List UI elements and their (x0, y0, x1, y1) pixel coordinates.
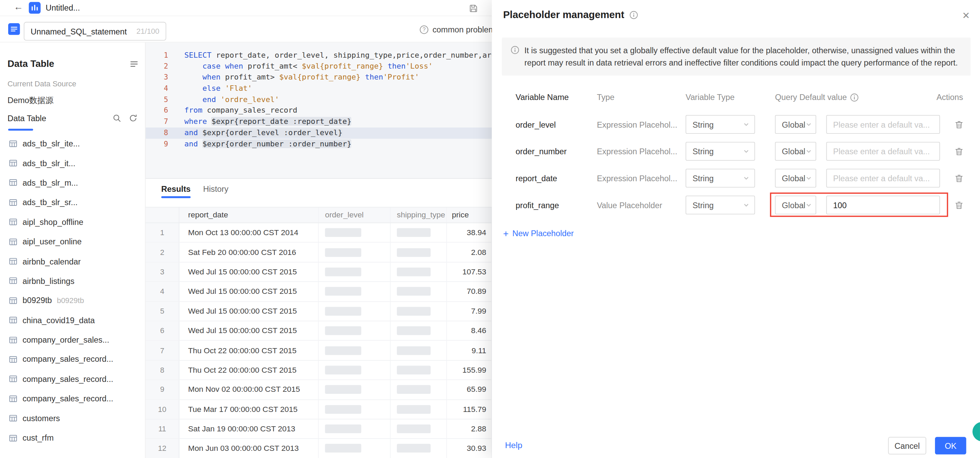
price-cell: 7.99 (447, 302, 492, 321)
table-icon (9, 296, 18, 305)
new-placeholder-button[interactable]: + New Placeholder (503, 229, 574, 238)
list-menu-icon[interactable] (129, 59, 138, 68)
table-list-item[interactable]: airbnb_calendar (0, 251, 146, 271)
delete-icon[interactable] (955, 201, 964, 210)
code-line[interactable]: 6from company_sales_record (146, 105, 492, 116)
table-name: company_sales_record... (22, 355, 113, 364)
default-value-input[interactable] (826, 115, 940, 134)
table-row[interactable]: 11Sat Jan 19 00:00:00 CST 20132.88 (146, 420, 492, 439)
table-row[interactable]: 9Mon Nov 02 00:00:00 CST 201565.99 (146, 380, 492, 400)
table-row[interactable]: 5Wed Jul 15 00:00:00 CST 20157.99 (146, 302, 492, 321)
column-header[interactable]: order_level (319, 207, 391, 223)
table-row[interactable]: 10Tue Mar 17 00:00:00 CST 2015115.79 (146, 400, 492, 419)
variable-type-select[interactable]: String (686, 196, 755, 214)
statement-name-input[interactable]: Unnamed_SQL_statement 21/100 (24, 22, 167, 41)
results-panel: Results History report_dateorder_levelsh… (146, 178, 492, 458)
table-name: ads_tb_slr_m... (22, 178, 78, 188)
scope-select[interactable]: Global (775, 115, 816, 134)
code-text: where $expr{report_date :report_date} (176, 116, 352, 127)
info-icon[interactable] (629, 11, 638, 19)
table-list-item[interactable]: company_sales_record... (0, 350, 146, 369)
code-line[interactable]: 3 when profit_amt> $val{profit_range} th… (146, 72, 492, 83)
placeholder-rows: order_levelExpression Placehol...StringG… (492, 111, 980, 219)
code-line[interactable]: 4 else 'Flat' (146, 83, 492, 94)
table-row[interactable]: 4Wed Jul 15 00:00:00 CST 201570.89 (146, 282, 492, 301)
scope-select[interactable]: Global (775, 169, 816, 188)
table-row[interactable]: 8Thu Oct 22 00:00:00 CST 2015155.99 (146, 360, 492, 380)
table-row[interactable]: 6Wed Jul 15 00:00:00 CST 20158.46 (146, 321, 492, 340)
code-line[interactable]: 9and $expr{order_number :order_number} (146, 138, 492, 149)
table-list-item[interactable]: b0929tbb0929tb (0, 291, 146, 310)
table-list-item[interactable]: ads_tb_slr_sr... (0, 192, 146, 212)
notice-banner: It is suggested that you set a globally … (502, 38, 971, 76)
help-link[interactable]: Help (505, 441, 522, 450)
data-table-tab[interactable]: Data Table (8, 114, 46, 123)
code-line[interactable]: 5 end 'ordre_level' (146, 94, 492, 105)
table-row[interactable]: 1Mon Oct 13 00:00:00 CST 201438.94 (146, 223, 492, 243)
default-value-input[interactable] (826, 196, 940, 214)
variable-type-select[interactable]: String (686, 142, 755, 161)
table-row[interactable]: 2Sat Feb 20 00:00:00 CST 20162.08 (146, 243, 492, 262)
table-list-item[interactable]: ads_tb_slr_m... (0, 173, 146, 192)
back-button[interactable]: ← (14, 2, 23, 12)
search-icon[interactable] (113, 114, 121, 122)
column-header[interactable]: shipping_type (391, 207, 447, 223)
col-query-default: Query Default value (775, 92, 859, 102)
table-list-item[interactable]: customers (0, 409, 146, 428)
table-list-item[interactable]: china_covid19_data (0, 310, 146, 330)
placeholder-management-dialog: Placeholder management ✕ It is suggested… (492, 0, 980, 458)
close-icon[interactable]: ✕ (962, 10, 970, 21)
column-header[interactable]: report_date (180, 207, 319, 223)
variable-type-select[interactable]: String (686, 115, 755, 134)
table-list-item[interactable]: company_sales_record... (0, 369, 146, 389)
table-row[interactable]: 3Wed Jul 15 00:00:00 CST 2015107.53 (146, 262, 492, 282)
table-list-item[interactable]: airbnb_listings (0, 271, 146, 290)
table-list-item[interactable]: company_sales_record... (0, 389, 146, 408)
report-date-cell: Sat Jan 19 00:00:00 CST 2013 (180, 420, 319, 439)
default-value-input[interactable] (826, 142, 940, 161)
table-row[interactable]: 12Mon Jun 03 00:00:00 CST 201330.93 (146, 439, 492, 458)
column-header[interactable]: price (447, 207, 492, 223)
table-list-item[interactable]: aipl_user_online (0, 232, 146, 251)
sql-editor[interactable]: 1SELECT report_date, order_level, shippi… (146, 43, 492, 178)
row-index: 2 (146, 243, 180, 262)
variable-type-select[interactable]: String (686, 169, 755, 188)
table-list: ads_tb_slr_ite...ads_tb_slr_it...ads_tb_… (0, 134, 146, 448)
code-text: from company_sales_record (176, 105, 297, 116)
sidebar: Data Table Current Data Source Demo数据源 D… (0, 43, 146, 458)
line-number: 4 (146, 83, 176, 94)
default-value-input[interactable] (826, 169, 940, 188)
common-problems-link[interactable]: ? common problems (419, 16, 499, 43)
code-line[interactable]: 2 case when profit_amt< $val{profit_rang… (146, 61, 492, 72)
table-list-item[interactable]: cust_rfm (0, 428, 146, 447)
results-table-header: report_dateorder_levelshipping_typeprice (146, 207, 492, 223)
table-list-item[interactable]: company_order_sales... (0, 330, 146, 350)
sidebar-title: Data Table (8, 58, 54, 68)
shipping-type-cell (391, 321, 447, 340)
report-date-cell: Thu Oct 22 00:00:00 CST 2015 (180, 360, 319, 380)
scope-select[interactable]: Global (775, 142, 816, 161)
code-line[interactable]: 8and $expr{order_level :order_level} (146, 127, 492, 138)
table-icon (9, 336, 18, 344)
refresh-icon[interactable] (129, 114, 137, 122)
save-icon[interactable] (469, 4, 478, 13)
tab-history[interactable]: History (203, 184, 228, 194)
code-line[interactable]: 7where $expr{report_date :report_date} (146, 116, 492, 127)
delete-icon[interactable] (955, 147, 964, 156)
col-actions: Actions (931, 92, 963, 102)
table-row[interactable]: 7Thu Oct 22 00:00:00 CST 20159.11 (146, 341, 492, 360)
table-list-item[interactable]: aipl_shop_offline (0, 212, 146, 232)
data-source-select[interactable]: Demo数据源 (8, 95, 54, 106)
delete-icon[interactable] (955, 120, 964, 129)
ok-button[interactable]: OK (935, 437, 966, 454)
code-line[interactable]: 1SELECT report_date, order_level, shippi… (146, 50, 492, 61)
cancel-button[interactable]: Cancel (888, 437, 926, 454)
scope-select[interactable]: Global (775, 196, 816, 214)
shipping-type-cell (391, 262, 447, 281)
table-list-item[interactable]: ads_tb_slr_ite... (0, 134, 146, 153)
tab-results[interactable]: Results (161, 184, 191, 194)
table-list-item[interactable]: ads_tb_slr_it... (0, 153, 146, 173)
delete-icon[interactable] (955, 174, 964, 183)
info-icon[interactable] (850, 93, 859, 102)
table-name: airbnb_listings (22, 276, 75, 285)
